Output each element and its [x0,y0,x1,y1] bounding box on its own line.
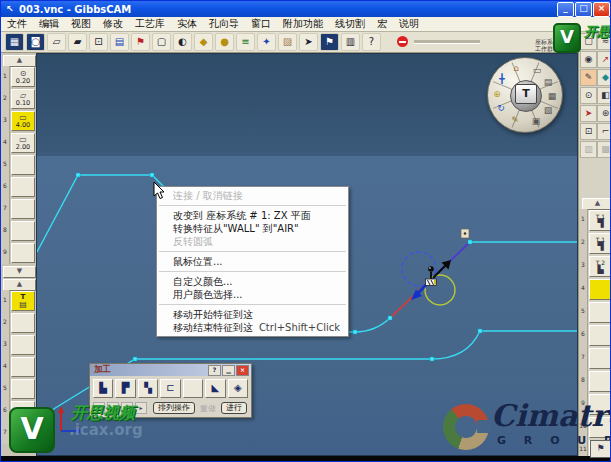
eye-visibility-icon[interactable]: ⊙ [580,87,597,104]
plane-icon[interactable]: ◆ [597,69,611,86]
menu-item-swap-feature[interactable]: 转换特征从"WALL" 到"AIR" [157,222,348,235]
iso-view-icon[interactable]: ▤ [542,76,554,88]
minimize-button[interactable]: _ [557,2,574,17]
ball-mill-icon[interactable]: ● [215,33,234,51]
shaded-cube-icon[interactable]: ◧ [597,87,611,104]
cube-wireframe-icon[interactable]: ▱ [47,33,66,51]
title-bar[interactable]: ↖ 003.vnc - GibbsCAM _ □ × [1,1,611,17]
pick-arrow-icon[interactable]: ➤ [299,33,318,51]
menu-wire-edm[interactable]: 线切割 [329,17,371,31]
hatch-sphere-icon[interactable]: ◉ [580,51,597,68]
small-flag-icon[interactable]: ⚑ [320,33,339,51]
menu-help[interactable]: 说明 [393,17,425,31]
workgroup-slot[interactable]: 8 [579,370,611,393]
sketch-icon[interactable]: ✎ [509,114,521,126]
top-view-icon[interactable]: ▭ [531,64,543,76]
arrange-ops-button[interactable]: 排列操作 [153,402,195,414]
menu-item-change-cs[interactable]: 改变到 座标系统 # 1: ZX 平面 [157,209,348,222]
menu-item-move-start-feature[interactable]: 移动开始特征到这 [157,308,348,321]
home-view-icon[interactable]: ⌂ [510,62,522,74]
op-slot-selected[interactable]: 1 T▤ [1,290,36,312]
palette-title-bar[interactable]: 加工 ? ▁ × [90,364,251,376]
tool-slot[interactable]: 1 ⊙0.20 [1,66,36,88]
op-slot[interactable]: 5 [1,378,36,400]
menu-macro[interactable]: 宏 [371,17,393,31]
flag-marker-icon[interactable]: ⚑ [131,33,150,51]
zoom-icon[interactable]: ⊕ [491,88,503,100]
menu-hole-wizard[interactable]: 孔向导 [203,17,245,31]
trackball-t-button[interactable]: T [515,84,537,104]
workgroup-slot[interactable]: 9 [579,393,611,416]
pan-icon[interactable]: ╋ [496,73,508,85]
menu-edit[interactable]: 编辑 [33,17,65,31]
nav-button-3[interactable] [121,402,133,414]
context-help-icon[interactable]: ? [362,33,381,51]
contour-op-icon[interactable]: ▙ [93,379,113,398]
threading-op-icon[interactable]: ▚ [138,379,158,398]
curve-pick-icon[interactable]: ↗ [597,51,611,68]
op-slot[interactable]: 3 [1,334,36,356]
multi-op-icon[interactable]: ◈ [228,379,248,398]
front-view-icon[interactable]: ▦ [546,90,558,102]
grid-icon[interactable]: ▤ [110,33,129,51]
freehand-line-icon[interactable]: ≈ [597,33,611,50]
tool-list-scroll-down[interactable]: ▼ [3,266,36,278]
op-slot[interactable]: 7 [1,422,36,444]
tool-slot[interactable]: 2 ▱0.10 [1,88,36,110]
palette-minimize-button[interactable]: ▁ [222,365,235,376]
corner-tag-icon[interactable]: ⌐ [597,123,611,140]
menu-solids[interactable]: 实体 [171,17,203,31]
flag-page-button[interactable]: ⚑ [590,440,611,458]
tool-slot-selected[interactable]: 3 ▭4.00 [1,110,36,132]
tool-slot[interactable]: 5 [1,154,36,176]
workgroup-slot-selected[interactable]: 4 [579,278,611,301]
turning-op-icon[interactable]: ◣ [205,379,225,398]
close-button[interactable]: × [593,2,610,17]
tool-slot[interactable]: 7 [1,198,36,220]
maximize-button[interactable]: □ [575,2,592,17]
menu-item-mouse-position[interactable]: 鼠标位置... [157,255,348,268]
menu-modify[interactable]: 修改 [97,17,129,31]
printer-icon[interactable]: ▥ [341,33,360,51]
marker-pen-icon[interactable]: ➤ [580,105,597,122]
op-slot[interactable]: 6 [1,400,36,422]
workgroup-slot[interactable]: 6 [579,324,611,347]
workgroup-slot[interactable]: 5 [579,301,611,324]
nav-button-1[interactable] [93,402,105,414]
ghost-group-icon[interactable]: ▥ [580,141,597,158]
menu-view[interactable]: 视图 [65,17,97,31]
view-iso-icon[interactable]: ▦ [5,33,24,51]
contrast-view-icon[interactable]: ◐ [173,33,192,51]
workgroup-slot[interactable]: 10 [579,416,611,439]
palette-help-button[interactable]: ? [208,365,221,376]
marquee-select-icon[interactable]: ▢ [580,33,597,50]
nav-next-button[interactable]: ▸ [135,402,147,414]
point-snap-icon[interactable]: ⊡ [89,33,108,51]
stop-icon[interactable] [397,36,408,47]
empty-op-icon[interactable] [183,379,203,398]
palette-close-button[interactable]: × [236,365,249,376]
drilling-op-icon[interactable]: ⊏ [160,379,180,398]
cube-shaded-icon[interactable]: ▰ [68,33,87,51]
workgroup-slot[interactable]: 1 T 1▜ [579,209,611,232]
blank-tool-icon[interactable]: ▢ [152,33,171,51]
view-compass[interactable]: ⌂ ▭ ╋ ▤ ⊕ ▦ ↻ ▧ ✎ ▣ T [487,57,563,133]
bounds-icon[interactable]: ⊡ [580,123,597,140]
view-frame-icon[interactable]: ◙ [26,33,45,51]
material-icon[interactable]: ▨ [278,33,297,51]
tool-slot[interactable]: 6 [1,176,36,198]
op-slot[interactable]: 4 [1,356,36,378]
op-slot[interactable]: 2 [1,312,36,334]
nav-button-2[interactable] [107,402,119,414]
layers-icon[interactable]: ▩ [597,141,611,158]
workgroup-slot[interactable]: 3 T 2▙ [579,255,611,278]
rotate-view-icon[interactable]: ↻ [495,102,507,114]
workgroup-slot[interactable]: 7 [579,347,611,370]
menu-file[interactable]: 文件 [1,17,33,31]
brush-icon[interactable]: ✎ [580,69,597,86]
menu-addins[interactable]: 附加功能 [277,17,329,31]
solid-cube-icon[interactable]: ◆ [194,33,213,51]
side-view-icon[interactable]: ▧ [542,104,554,116]
tool-slot[interactable]: 8 [1,220,36,242]
menu-item-user-color[interactable]: 用户颜色选择... [157,288,348,301]
